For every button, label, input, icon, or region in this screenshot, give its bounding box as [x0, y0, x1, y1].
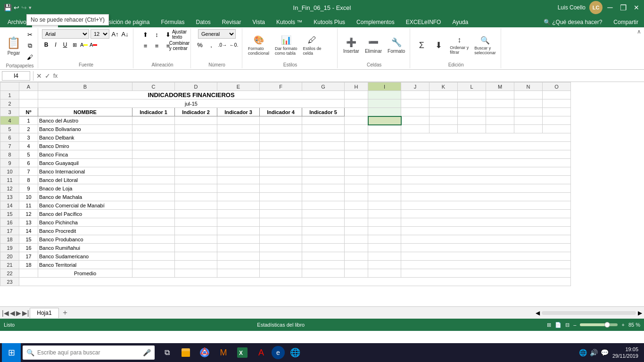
cell-J21[interactable] — [401, 261, 571, 269]
network-icon[interactable]: 🌐 — [579, 349, 587, 356]
row-header-2[interactable]: 2 — [0, 99, 19, 108]
cell-I3[interactable] — [368, 108, 401, 116]
copiar-formato-button[interactable]: 🖌 — [25, 52, 35, 62]
cell-B6[interactable]: Banco Delbank — [38, 133, 132, 142]
cell-I15[interactable] — [368, 210, 401, 218]
cell-J16[interactable] — [401, 218, 571, 227]
cell-G16[interactable] — [302, 218, 345, 227]
cell-N2[interactable] — [514, 99, 543, 108]
cell-N3[interactable] — [514, 108, 543, 116]
cell-G18[interactable] — [302, 235, 345, 244]
taskbar-matlab-button[interactable]: M — [215, 344, 232, 361]
cell-D6[interactable] — [175, 133, 217, 142]
cell-D19[interactable] — [175, 244, 217, 252]
cell-H19[interactable] — [345, 244, 368, 252]
cell-E12[interactable] — [217, 184, 260, 193]
italic-button[interactable]: I — [51, 41, 60, 49]
save-icon[interactable]: 💾 — [4, 4, 12, 11]
cell-I22[interactable] — [368, 269, 401, 278]
cell-C21[interactable] — [132, 261, 175, 269]
eliminar-button[interactable]: ➖ Eliminar — [363, 36, 384, 55]
cell-D17[interactable] — [175, 227, 217, 235]
cell-L5[interactable] — [458, 125, 486, 133]
increase-font-button[interactable]: A↑ — [111, 30, 119, 38]
col-header-A[interactable]: A — [19, 82, 38, 91]
formato-button[interactable]: 🔧 Formato — [386, 36, 407, 55]
col-header-L[interactable]: L — [458, 82, 486, 91]
taskbar-excel-button[interactable]: X — [234, 344, 251, 361]
cell-H22[interactable] — [345, 269, 368, 278]
row-header-9[interactable]: 9 — [0, 159, 19, 167]
row-header-12[interactable]: 12 — [0, 184, 19, 193]
cell-B4[interactable]: Banco del Austro — [38, 116, 132, 125]
restore-button[interactable]: ❐ — [619, 4, 627, 11]
align-center-button[interactable]: ≡ — [152, 41, 162, 51]
tab-compartir[interactable]: Compartir — [608, 17, 644, 27]
row-header-5[interactable]: 5 — [0, 125, 19, 133]
cell-O4[interactable] — [543, 116, 571, 125]
ordenar-filtrar-button[interactable]: ↕ Ordenar yfiltrar — [448, 35, 471, 56]
cell-G4[interactable] — [302, 116, 345, 125]
cell-C19[interactable] — [132, 244, 175, 252]
tab-datos[interactable]: Datos — [190, 17, 216, 27]
cell-E15[interactable] — [217, 210, 260, 218]
cell-A18[interactable]: 15 — [19, 235, 38, 244]
cell-D14[interactable] — [175, 201, 217, 210]
cell-C17[interactable] — [132, 227, 175, 235]
cell-B16[interactable]: Banco Pichincha — [38, 218, 132, 227]
view-normal-icon[interactable]: ⊞ — [547, 322, 551, 328]
cell-B10[interactable]: Banco Internacional — [38, 167, 132, 176]
cell-A10[interactable]: 7 — [19, 167, 38, 176]
row-header-21[interactable]: 21 — [0, 261, 19, 269]
cell-H10[interactable] — [345, 167, 368, 176]
cell-C15[interactable] — [132, 210, 175, 218]
cell-I17[interactable] — [368, 227, 401, 235]
cell-E5[interactable] — [217, 125, 260, 133]
cell-K5[interactable] — [429, 125, 458, 133]
cell-I18[interactable] — [368, 235, 401, 244]
cell-G5[interactable] — [302, 125, 345, 133]
cell-I9[interactable] — [368, 159, 401, 167]
taskbar-explorer-button[interactable] — [177, 344, 194, 361]
cell-I8[interactable] — [368, 150, 401, 159]
cell-C7[interactable] — [132, 142, 175, 150]
cell-A16[interactable]: 13 — [19, 218, 38, 227]
cell-C8[interactable] — [132, 150, 175, 159]
cell-B11[interactable]: Banco del Litoral — [38, 176, 132, 184]
row-header-4[interactable]: 4 — [0, 116, 19, 125]
cell-H7[interactable] — [345, 142, 368, 150]
cell-A7[interactable]: 4 — [19, 142, 38, 150]
cell-H13[interactable] — [345, 193, 368, 201]
cell-E10[interactable] — [217, 167, 260, 176]
cell-D20[interactable] — [175, 252, 217, 261]
cortar-button[interactable]: ✂ — [25, 29, 35, 40]
cell-F18[interactable] — [260, 235, 302, 244]
cell-I4[interactable] — [368, 116, 401, 125]
cell-G8[interactable] — [302, 150, 345, 159]
cell-D7[interactable] — [175, 142, 217, 150]
font-size-select[interactable]: 12 — [91, 29, 109, 39]
cancel-formula-icon[interactable]: ✕ — [36, 72, 42, 80]
last-sheet-button[interactable]: ▶| — [22, 309, 29, 317]
cell-M3[interactable] — [486, 108, 514, 116]
cell-G20[interactable] — [302, 252, 345, 261]
cell-H18[interactable] — [345, 235, 368, 244]
zoom-slider[interactable] — [580, 323, 618, 326]
cell-C10[interactable] — [132, 167, 175, 176]
cell-A1[interactable] — [19, 91, 38, 99]
cell-D8[interactable] — [175, 150, 217, 159]
cell-B17[interactable]: Banco Procredit — [38, 227, 132, 235]
cell-C13[interactable] — [132, 193, 175, 201]
cell-D9[interactable] — [175, 159, 217, 167]
cell-F21[interactable] — [260, 261, 302, 269]
col-header-N[interactable]: N — [514, 82, 543, 91]
cell-B2[interactable]: jul-15 — [38, 99, 345, 108]
cell-C14[interactable] — [132, 201, 175, 210]
next-sheet-button[interactable]: ▶ — [16, 309, 21, 317]
cell-A5[interactable]: 2 — [19, 125, 38, 133]
cell-F16[interactable] — [260, 218, 302, 227]
add-sheet-button[interactable]: ＋ — [60, 308, 70, 318]
cell-B19[interactable]: Banco Rumiñahui — [38, 244, 132, 252]
volume-icon[interactable]: 🔊 — [590, 349, 598, 356]
cell-H16[interactable] — [345, 218, 368, 227]
